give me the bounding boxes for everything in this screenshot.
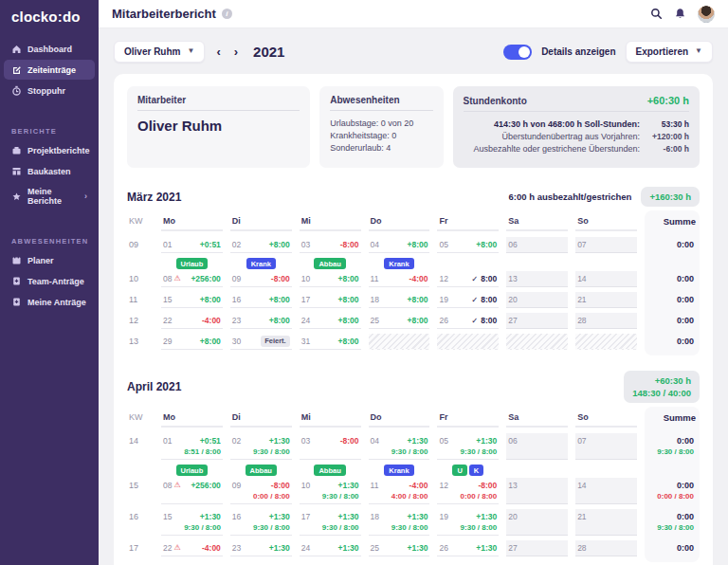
day-value: +256:00 [191,481,220,490]
stopwatch-icon [11,85,22,96]
day-value: ✓8:00 [471,274,497,283]
next-year-button[interactable]: › [232,46,240,58]
day-number: 15 [163,295,172,304]
day-value: +1:30 [338,543,359,553]
day-cell: 02+8:00 [230,237,292,253]
sidebar-item-label: Stoppuhr [27,86,65,96]
day-number: 27 [508,316,517,325]
doc-add-icon [11,297,22,307]
hours-account-label: Stundenkonto [464,96,527,106]
day-cell: 16+8:00 [230,292,292,308]
sidebar-item-projektberichte[interactable]: Projektberichte [4,140,95,160]
absence-badge: Urlaub [176,258,209,269]
day-detail-value: 4:00 / 8:00 [371,491,428,501]
day-number: 22⚠ [163,543,181,553]
details-toggle[interactable] [503,45,532,60]
absence-badge-row: Krank [369,258,430,269]
bell-icon[interactable] [674,8,686,20]
day-value: +1:30 [476,436,497,446]
day-cell: 13 [506,258,568,287]
sidebar-nav: DashboardZeiteinträgeStoppuhrBERICHTEPro… [0,39,99,312]
kw-number: 17 [129,543,138,553]
sidebar-item-dashboard[interactable]: Dashboard [4,39,95,59]
sidebar-item-zeiteintr-ge[interactable]: Zeiteinträge [4,60,95,80]
day-number: 10 [301,481,310,490]
day-number: 02 [232,436,241,446]
hours-account-row: Ausbezahlte oder gestrichene Überstunden… [464,143,689,155]
avatar[interactable] [698,6,715,23]
day-value: ✓8:00 [471,295,497,304]
day-detail-value: 0:00 / 8:00 [232,491,290,501]
app-logo[interactable]: clocko:do [0,0,99,38]
user-selector[interactable]: Oliver Ruhm ▼ [114,41,205,63]
employee-name: Oliver Ruhm [137,118,300,134]
sidebar-item-planer[interactable]: Planer [4,250,95,270]
absence-badge-row: Krank [369,465,430,476]
absence-badge: Abbau [314,258,345,269]
day-number: 27 [508,543,517,553]
day-value: -8:00 [271,481,290,490]
day-column-header: Sa [506,214,568,231]
day-column-header: Sa [506,410,568,428]
day-value: +8:00 [407,295,428,304]
kw-number: 09 [129,240,138,249]
info-icon[interactable]: i [222,9,232,19]
month-table: KWMoDiMiDoFrSaSoSumme1401+0:518:51 / 8:0… [127,410,700,558]
summe-cell: 0:009:30 / 8:00 [645,509,700,536]
prev-year-button[interactable]: ‹ [214,46,222,58]
sidebar-item-stoppuhr[interactable]: Stoppuhr [4,81,95,100]
day-cell [506,334,568,350]
summe-detail-value: 0:00 / 8:00 [646,491,698,501]
day-value: -4:00 [202,316,221,325]
absences-card: Abwesenheiten Urlaubstage: 0 von 20 Kran… [319,86,443,168]
search-icon[interactable] [650,8,663,20]
kw-number: 14 [129,436,138,446]
day-value: +8:00 [269,316,290,325]
day-column-header: Mo [161,214,223,231]
details-toggle-label: Details anzeigen [541,46,615,57]
day-number: 19 [439,295,447,304]
absence-badge: Abbau [246,465,277,476]
month-total-line: +160:30 h [649,191,691,203]
sidebar-item-meine-antr-ge[interactable]: Meine Anträge [4,292,95,312]
sidebar-section-label: BERICHTE [0,121,99,139]
day-detail-value: 9:30 / 8:00 [439,522,497,533]
sidebar-item-team-antr-ge[interactable]: Team-Anträge [4,271,95,291]
day-value: +1:30 [200,512,221,521]
day-value: ✓8:00 [471,316,497,325]
summe-cell: 0:00 [645,540,700,556]
sidebar-item-meine-berichte[interactable]: Meine Berichte› [4,182,95,210]
day-cell: 20 [506,509,568,536]
day-cell: Krank09-8:00 [230,258,292,287]
day-detail-value: 8:51 / 8:00 [163,447,221,457]
day-value: -8:00 [340,436,359,446]
day-number: 15 [163,512,172,521]
day-value: -8:00 [478,481,497,490]
day-number: 07 [577,240,586,249]
day-number: 25 [371,543,379,553]
day-number: 01 [163,240,172,249]
day-number: 22 [163,316,172,325]
warning-icon: ⚠ [173,482,180,489]
absences-card-label: Abwesenheiten [330,95,399,105]
day-number: 02 [232,240,241,249]
day-value: +0:51 [200,240,221,249]
day-cell: 20 [506,292,568,308]
calendar-icon [11,255,22,265]
summe-cell: 0:000:00 / 8:00 [645,465,700,504]
day-number: 28 [577,543,586,553]
day-value: +8:00 [338,316,359,325]
hours-account-card: Stundenkonto +60:30 h 414:30 h von 468:0… [453,86,700,168]
day-detail-value: 9:30 / 8:00 [439,447,497,457]
day-value: +1:30 [407,436,428,446]
summe-column-header: Summe [645,410,700,428]
day-cell: 06 [506,433,568,460]
export-button[interactable]: Exportieren ▼ [626,41,714,63]
day-detail-value: 9:30 / 8:00 [301,522,359,533]
summe-value: 0:00 [677,316,698,325]
edit-icon [11,64,22,75]
day-number: 18 [371,512,379,521]
month-title: April 2021 [127,380,181,393]
absence-badge-row: Abbau [300,258,361,269]
sidebar-item-baukasten[interactable]: Baukasten [4,161,95,181]
